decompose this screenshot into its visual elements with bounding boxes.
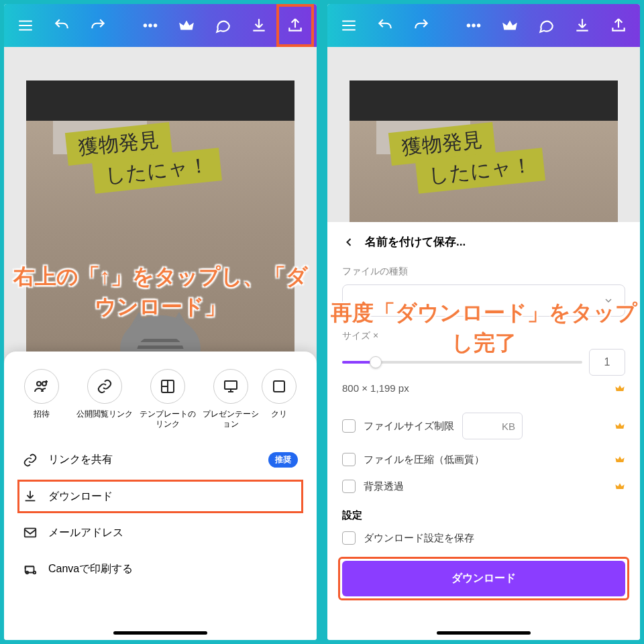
check-label: ファイルを圧縮（低画質） bbox=[364, 453, 484, 466]
svg-point-10 bbox=[34, 572, 36, 574]
redo-icon[interactable] bbox=[82, 7, 114, 44]
checkbox[interactable] bbox=[342, 480, 356, 493]
menu-email[interactable]: メールアドレス bbox=[4, 515, 317, 551]
svg-rect-6 bbox=[225, 381, 237, 389]
share-template-link[interactable]: テンプレートのリンク bbox=[140, 369, 196, 429]
svg-rect-7 bbox=[274, 381, 284, 392]
share-icon[interactable] bbox=[602, 7, 635, 44]
menu-download[interactable]: ダウンロード bbox=[4, 478, 317, 515]
pro-crown-icon bbox=[614, 454, 625, 465]
menu-icon[interactable] bbox=[9, 7, 42, 44]
download-icon[interactable] bbox=[566, 7, 598, 44]
checkbox[interactable] bbox=[342, 531, 356, 545]
pro-crown-icon bbox=[614, 481, 625, 492]
crown-icon[interactable] bbox=[494, 7, 526, 44]
size-slider[interactable] bbox=[342, 361, 582, 364]
file-size-limit-row[interactable]: ファイルサイズ制限 KB bbox=[342, 406, 625, 446]
pro-crown-icon bbox=[614, 421, 625, 431]
recommended-badge: 推奨 bbox=[268, 452, 298, 468]
svg-point-12 bbox=[468, 24, 470, 26]
svg-point-0 bbox=[144, 24, 146, 26]
sheet-title: 名前を付けて保存... bbox=[365, 234, 466, 250]
comment-icon[interactable] bbox=[207, 7, 239, 44]
download-icon[interactable] bbox=[243, 7, 275, 44]
more-icon[interactable] bbox=[458, 7, 490, 44]
home-indicator bbox=[113, 631, 207, 635]
pro-crown-icon bbox=[614, 383, 625, 394]
save-settings-row[interactable]: ダウンロード設定を保存 bbox=[342, 525, 625, 551]
share-presentation[interactable]: プレゼンテーション bbox=[203, 369, 259, 429]
annotation-right: 再度「ダウンロード」をタップし完了 bbox=[327, 298, 640, 358]
share-label: プレゼンテーション bbox=[203, 409, 259, 429]
download-button[interactable]: ダウンロード bbox=[342, 561, 625, 596]
menu-icon[interactable] bbox=[333, 7, 365, 44]
transparent-row[interactable]: 背景透過 bbox=[342, 473, 625, 500]
menu-print[interactable]: Canvaで印刷する bbox=[4, 551, 317, 587]
redo-icon[interactable] bbox=[405, 7, 437, 44]
svg-point-3 bbox=[37, 382, 41, 386]
download-sheet: 名前を付けて保存... ファイルの種類 サイズ × 1 800 × 1,199 … bbox=[327, 222, 640, 640]
check-label: 背景透過 bbox=[364, 480, 404, 493]
undo-icon[interactable] bbox=[46, 7, 78, 44]
menu-label: ダウンロード bbox=[48, 490, 113, 504]
svg-rect-8 bbox=[25, 529, 36, 537]
kb-input[interactable]: KB bbox=[462, 413, 523, 439]
svg-point-2 bbox=[154, 24, 156, 26]
share-row: 招待 公開閲覧リンク テンプレートのリンク プレゼンテーション クリ bbox=[4, 364, 317, 432]
svg-point-1 bbox=[149, 24, 151, 26]
file-type-label: ファイルの種類 bbox=[342, 266, 625, 278]
phone-right: 獲物発見 したにャ！ 再度「ダウンロード」をタップし完了 名前を付けて保存...… bbox=[327, 4, 640, 640]
share-more[interactable]: クリ bbox=[266, 369, 292, 429]
share-icon[interactable] bbox=[279, 7, 311, 44]
annotation-left: 右上の「↑」をタップし、「ダウンロード」 bbox=[4, 262, 317, 322]
svg-point-14 bbox=[478, 24, 480, 26]
topbar bbox=[327, 4, 640, 47]
checkbox[interactable] bbox=[342, 453, 356, 466]
undo-icon[interactable] bbox=[369, 7, 401, 44]
menu-share-link[interactable]: リンクを共有 推奨 bbox=[4, 441, 317, 478]
share-sheet: 招待 公開閲覧リンク テンプレートのリンク プレゼンテーション クリ bbox=[4, 352, 317, 640]
menu-list: リンクを共有 推奨 ダウンロード メールアドレス Canvaで印刷する bbox=[4, 441, 317, 587]
crown-icon[interactable] bbox=[170, 7, 203, 44]
settings-label: 設定 bbox=[342, 509, 625, 522]
compress-row[interactable]: ファイルを圧縮（低画質） bbox=[342, 446, 625, 473]
share-public-link[interactable]: 公開閲覧リンク bbox=[76, 369, 133, 429]
dimensions-text: 800 × 1,199 px bbox=[342, 382, 625, 394]
checkbox[interactable] bbox=[342, 419, 356, 433]
more-icon[interactable] bbox=[134, 7, 166, 44]
menu-label: メールアドレス bbox=[48, 526, 123, 540]
share-label: テンプレートのリンク bbox=[140, 409, 196, 429]
topbar bbox=[4, 4, 317, 47]
menu-label: Canvaで印刷する bbox=[48, 562, 133, 576]
share-label: クリ bbox=[271, 409, 287, 419]
check-label: ダウンロード設定を保存 bbox=[364, 532, 474, 545]
menu-label: リンクを共有 bbox=[48, 453, 113, 467]
sheet-header: 名前を付けて保存... bbox=[342, 234, 625, 250]
comment-icon[interactable] bbox=[530, 7, 562, 44]
share-label: 公開閲覧リンク bbox=[76, 409, 133, 419]
svg-point-13 bbox=[472, 24, 474, 26]
phone-left: 獲物発見 したにャ！ 右上の「↑」をタップし、「ダウンロード」 招待 公開閲覧リ… bbox=[4, 4, 317, 640]
check-label: ファイルサイズ制限 bbox=[364, 420, 454, 433]
share-label: 招待 bbox=[34, 409, 50, 419]
back-icon[interactable] bbox=[342, 235, 356, 249]
share-invite[interactable]: 招待 bbox=[13, 369, 70, 429]
home-indicator bbox=[437, 631, 531, 635]
